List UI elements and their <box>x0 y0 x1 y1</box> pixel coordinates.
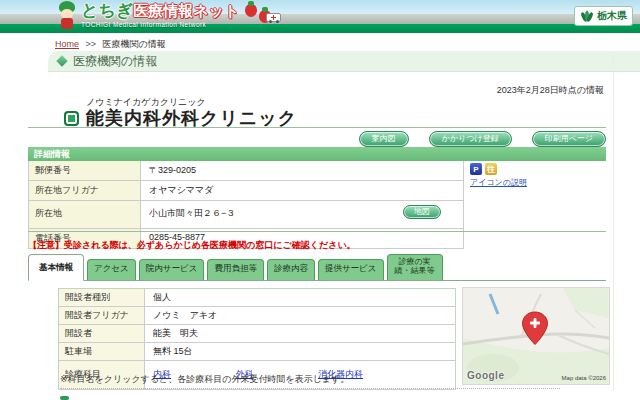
notice-body: 受診される際は、必ずあらかじめ各医療機関の窓口にご確認ください。 <box>64 240 356 250</box>
notice-prefix: 【注意】 <box>28 240 64 250</box>
page: とちぎ医療情報ネット TOCHIGI Medical Information N… <box>0 0 640 400</box>
map-button[interactable]: 地図 <box>403 205 441 219</box>
ambulance-icon <box>266 13 281 22</box>
tab-treatment-details[interactable]: 診療内容 <box>267 259 315 280</box>
founder-type-label: 開設者種別 <box>59 289 145 306</box>
section-heading: 医療機関の情報 <box>48 51 640 72</box>
diamond-icon <box>56 55 67 66</box>
address-label: 所在地 <box>29 201 141 228</box>
table-row: 郵便番号 〒329-0205 <box>29 161 463 181</box>
detail-divider <box>28 231 606 232</box>
table-row: 開設者種別 個人 <box>59 289 455 307</box>
detail-info-table: 郵便番号 〒329-0205 所在地フリガナ オヤマシママダ 所在地 小山市間々… <box>28 161 464 249</box>
founder-value: 能美 明夫 <box>145 325 455 342</box>
prefecture-badge[interactable]: 栃木県 <box>574 6 633 26</box>
site-logo[interactable]: とちぎ医療情報ネット TOCHIGI Medical Information N… <box>56 1 277 32</box>
location-map[interactable]: Google Map data ©2026 <box>462 287 610 385</box>
tab-provided-services[interactable]: 提供サービス <box>318 259 384 280</box>
print-page-button[interactable]: 印刷用ページ <box>532 131 606 147</box>
founder-label: 開設者 <box>59 325 145 342</box>
tab-in-hospital-services[interactable]: 院内サービス <box>139 259 205 280</box>
address-furigana-value: オヤマシママダ <box>141 181 463 200</box>
toolbar: 案内図 かかりつけ登録 印刷用ページ <box>28 131 606 147</box>
site-title-part1: とちぎ <box>81 1 133 20</box>
section-title: 医療機関の情報 <box>73 53 157 70</box>
content-right-edge <box>613 55 614 390</box>
prefecture-badge-label: 栃木県 <box>597 9 627 23</box>
house-call-icon: 往 <box>485 163 497 175</box>
founder-furigana-value: ノウミ アキオ <box>145 307 455 324</box>
tab-results[interactable]: 診療の実績・結果等 <box>387 254 443 280</box>
founder-furigana-label: 開設者フリガナ <box>59 307 145 324</box>
next-section-cutoff <box>60 396 69 400</box>
toolbar-divider <box>28 127 606 128</box>
breadcrumb-separator: >> <box>86 39 97 49</box>
table-row: 開設者 能美 明夫 <box>59 325 455 343</box>
breadcrumb-current: 医療機関の情報 <box>103 39 166 49</box>
data-date-note: 2023年2月28日時点の情報 <box>497 84 604 97</box>
tab-bar: 基本情報 アクセス 院内サービス 費用負担等 診療内容 提供サービス 診療の実績… <box>28 253 606 281</box>
detail-info-header: 詳細情報 <box>28 147 606 161</box>
address-furigana-label: 所在地フリガナ <box>29 181 141 200</box>
breadcrumb: Home >> 医療機関の情報 <box>55 38 166 51</box>
footnote-text: ※科目名をクリックすると、各診療科目の外来受付時間を表示します。 <box>60 373 349 386</box>
icon-legend: P 往 アイコンの説明 <box>470 163 527 188</box>
guide-map-button[interactable]: 案内図 <box>359 131 409 147</box>
site-banner: とちぎ医療情報ネット TOCHIGI Medical Information N… <box>0 0 640 33</box>
breadcrumb-home-link[interactable]: Home <box>55 39 79 49</box>
clinic-marker-icon <box>64 111 79 126</box>
family-doctor-registration-button[interactable]: かかりつけ登録 <box>429 131 512 147</box>
map-attribution: Map data ©2026 <box>562 375 606 381</box>
notice-text: 【注意】受診される際は、必ずあらかじめ各医療機関の窓口にご確認ください。 <box>28 239 356 252</box>
prefecture-logo-icon <box>580 10 594 23</box>
google-logo: Google <box>467 370 504 381</box>
mascot-icon <box>56 1 78 31</box>
address-value: 小山市間々田２６−３ 地図 <box>141 201 463 228</box>
icon-explanation-link[interactable]: アイコンの説明 <box>470 177 527 188</box>
postal-code-label: 郵便番号 <box>29 161 141 180</box>
table-row: 駐車場 無料 15台 <box>59 343 455 361</box>
parking-value: 無料 15台 <box>145 343 455 360</box>
table-row: 開設者フリガナ ノウミ アキオ <box>59 307 455 325</box>
tab-costs[interactable]: 費用負担等 <box>207 259 264 280</box>
table-row: 所在地フリガナ オヤマシママダ <box>29 181 463 201</box>
parking-label: 駐車場 <box>59 343 145 360</box>
site-subtitle: TOCHIGI Medical Information Network <box>81 21 239 28</box>
table-row: 所在地 小山市間々田２６−３ 地図 <box>29 201 463 229</box>
dotted-divider <box>60 388 560 389</box>
founder-type-value: 個人 <box>145 289 455 306</box>
tab-basic-info[interactable]: 基本情報 <box>28 254 84 281</box>
postal-code-value: 〒329-0205 <box>141 161 463 180</box>
site-title: とちぎ医療情報ネット TOCHIGI Medical Information N… <box>81 3 239 28</box>
tab-access[interactable]: アクセス <box>87 259 136 280</box>
parking-icon: P <box>470 163 482 175</box>
site-title-part2: 医療情報ネット <box>133 2 239 19</box>
